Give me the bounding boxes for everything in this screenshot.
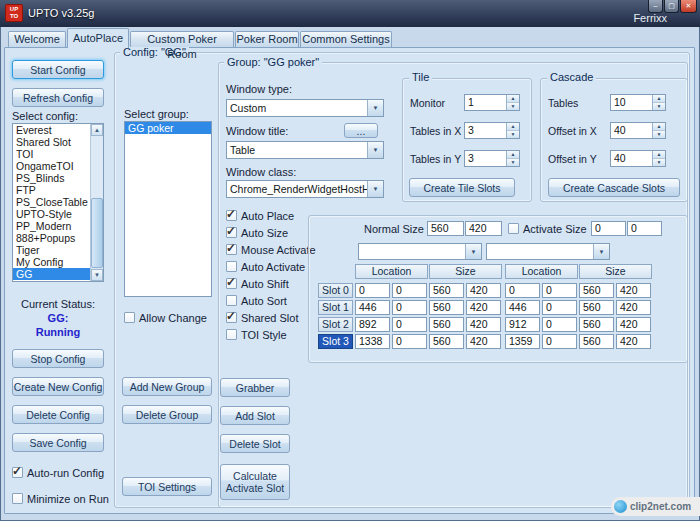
config-item-my-config[interactable]: My Config [13, 256, 90, 268]
start-config-button[interactable]: Start Config [12, 60, 104, 79]
scroll-up-icon[interactable]: ▲ [91, 124, 103, 136]
offset-in-x-spinner[interactable]: 40 ▲▼ [610, 122, 666, 139]
grabber-button[interactable]: Grabber [220, 378, 290, 397]
scrollbar-thumb[interactable] [91, 198, 103, 268]
spin-down-icon[interactable]: ▼ [507, 131, 519, 138]
stop-config-button[interactable]: Stop Config [12, 349, 104, 368]
spin-up-icon[interactable]: ▲ [653, 123, 665, 131]
config-item-ps-closetable[interactable]: PS_CloseTable [13, 196, 90, 208]
tab-welcome[interactable]: Welcome [8, 31, 66, 47]
refresh-config-button[interactable]: Refresh Config [12, 88, 104, 107]
slots-combo-right[interactable]: ▼ [486, 243, 610, 260]
slot-cell[interactable]: 420 [466, 283, 501, 298]
slot-cell[interactable]: 420 [466, 317, 501, 332]
slot-cell[interactable]: 560 [429, 283, 464, 298]
slot-cell[interactable]: 420 [616, 317, 651, 332]
save-config-button[interactable]: Save Config [12, 433, 104, 452]
create-new-config-button[interactable]: Create New Config [12, 377, 104, 396]
delete-config-button[interactable]: Delete Config [12, 405, 104, 424]
config-item-ps-blinds[interactable]: PS_Blinds [13, 172, 90, 184]
slot-3-label[interactable]: Slot 3 [318, 334, 353, 349]
slot-cell[interactable]: 446 [355, 300, 390, 315]
close-button[interactable]: ✕ [680, 0, 697, 13]
slot-cell[interactable]: 0 [542, 300, 577, 315]
toi-settings-button[interactable]: TOI Settings [122, 477, 212, 496]
monitor-spinner[interactable]: 1 ▲▼ [464, 94, 520, 111]
add-slot-button[interactable]: Add Slot [220, 406, 290, 425]
spin-down-icon[interactable]: ▼ [653, 103, 665, 110]
slot-cell[interactable]: 0 [392, 317, 427, 332]
chevron-down-icon[interactable]: ▼ [367, 142, 383, 158]
scroll-down-icon[interactable]: ▼ [91, 269, 103, 281]
normal-width-field[interactable]: 560 [427, 221, 464, 236]
window-title-combo[interactable]: Table ▼ [226, 141, 384, 159]
tab-common-settings[interactable]: Common Settings [300, 31, 392, 47]
mouse-activate-checkbox[interactable]: Mouse Activate [226, 243, 316, 256]
slot-1-label[interactable]: Slot 1 [318, 300, 353, 315]
config-item-shared-slot[interactable]: Shared Slot [13, 136, 90, 148]
slot-cell[interactable]: 0 [542, 317, 577, 332]
slot-cell[interactable]: 560 [429, 334, 464, 349]
tables-in-y-spinner[interactable]: 3 ▲▼ [464, 150, 520, 167]
config-list-scrollbar[interactable]: ▲ ▼ [90, 124, 103, 281]
slot-cell[interactable]: 560 [579, 317, 614, 332]
auto-shift-checkbox[interactable]: Auto Shift [226, 277, 289, 290]
spin-down-icon[interactable]: ▼ [653, 131, 665, 138]
slot-cell[interactable]: 420 [616, 283, 651, 298]
window-type-combo[interactable]: Custom ▼ [226, 99, 384, 117]
slot-cell[interactable]: 0 [355, 283, 390, 298]
slot-cell[interactable]: 560 [579, 300, 614, 315]
tables-in-x-spinner[interactable]: 3 ▲▼ [464, 122, 520, 139]
config-item-ongametoi[interactable]: OngameTOI [13, 160, 90, 172]
spin-up-icon[interactable]: ▲ [507, 151, 519, 159]
calculate-activate-slot-button[interactable]: Calculate Activate Slot [220, 464, 290, 500]
chevron-down-icon[interactable]: ▼ [367, 181, 383, 197]
slot-cell[interactable]: 0 [392, 334, 427, 349]
slot-0-label[interactable]: Slot 0 [318, 283, 353, 298]
normal-height-field[interactable]: 420 [465, 221, 502, 236]
create-cascade-slots-button[interactable]: Create Cascade Slots [548, 178, 680, 197]
tables-spinner[interactable]: 10 ▲▼ [610, 94, 666, 111]
slots-combo-left[interactable]: ▼ [358, 243, 482, 260]
spin-up-icon[interactable]: ▲ [507, 95, 519, 103]
slot-cell[interactable]: 1338 [355, 334, 390, 349]
spin-up-icon[interactable]: ▲ [507, 123, 519, 131]
auto-run-config-checkbox[interactable]: Auto-run Config [12, 466, 104, 479]
spin-up-icon[interactable]: ▲ [653, 151, 665, 159]
window-title-browse-button[interactable]: ... [344, 123, 378, 138]
spin-down-icon[interactable]: ▼ [507, 159, 519, 166]
slot-cell[interactable]: 0 [505, 283, 540, 298]
tab-autoplace[interactable]: AutoPlace [67, 28, 129, 48]
slot-cell[interactable]: 0 [392, 283, 427, 298]
offset-in-y-spinner[interactable]: 40 ▲▼ [610, 150, 666, 167]
tab-custom-poker-room[interactable]: Custom Poker Room [130, 31, 234, 47]
chevron-down-icon[interactable]: ▼ [367, 100, 383, 116]
slot-cell[interactable]: 0 [542, 283, 577, 298]
slot-cell[interactable]: 560 [429, 300, 464, 315]
config-item-everest[interactable]: Everest [13, 124, 90, 136]
auto-activate-checkbox[interactable]: Auto Activate [226, 260, 305, 273]
spin-up-icon[interactable]: ▲ [653, 95, 665, 103]
slot-cell[interactable]: 0 [542, 334, 577, 349]
config-item-upto-style[interactable]: UPTO-Style [13, 208, 90, 220]
spin-down-icon[interactable]: ▼ [507, 103, 519, 110]
minimize-on-run-checkbox[interactable]: Minimize on Run [12, 492, 109, 505]
tab-poker-room[interactable]: Poker Room [235, 31, 299, 47]
config-item-toi[interactable]: TOI [13, 148, 90, 160]
slot-cell[interactable]: 420 [616, 334, 651, 349]
activate-size-checkbox[interactable]: Activate Size [508, 222, 587, 235]
create-tile-slots-button[interactable]: Create Tile Slots [409, 178, 515, 197]
config-item-ftp[interactable]: FTP [13, 184, 90, 196]
config-item-888-popups[interactable]: 888+Popups [13, 232, 90, 244]
slot-cell[interactable]: 1359 [505, 334, 540, 349]
group-item-gg-poker[interactable]: GG poker [125, 122, 211, 134]
slot-cell[interactable]: 560 [429, 317, 464, 332]
delete-slot-button[interactable]: Delete Slot [220, 434, 290, 453]
slot-cell[interactable]: 892 [355, 317, 390, 332]
slot-cell[interactable]: 912 [505, 317, 540, 332]
config-item-pp-modern[interactable]: PP_Modern [13, 220, 90, 232]
slot-cell[interactable]: 420 [466, 300, 501, 315]
allow-change-checkbox[interactable]: Allow Change [124, 311, 207, 324]
slot-2-label[interactable]: Slot 2 [318, 317, 353, 332]
spin-down-icon[interactable]: ▼ [653, 159, 665, 166]
